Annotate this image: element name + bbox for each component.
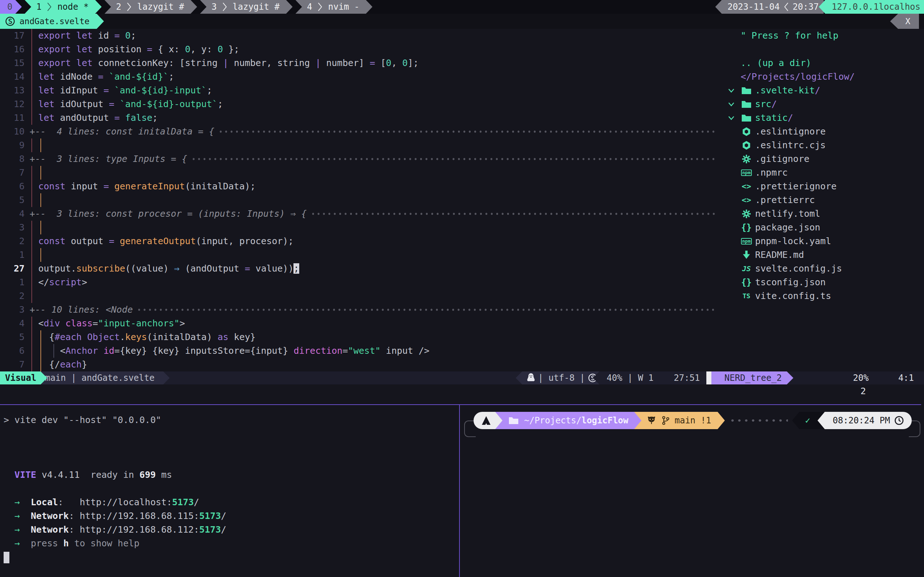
fold-text[interactable]: +-- 4 lines: const initalData = { xyxy=(30,125,215,139)
text-token: Network xyxy=(31,511,69,521)
editor-line[interactable]: 4+-- 3 lines: const procesor = (inputs: … xyxy=(0,207,720,221)
tree-item[interactable]: .eslintignore xyxy=(722,125,924,139)
nerdtree-panel[interactable]: " Press ? for help.. (up a dir)</Project… xyxy=(722,29,924,371)
text-token: Network xyxy=(31,524,69,535)
text-token: ; xyxy=(131,30,136,41)
editor-line[interactable]: 27output.subscribe((value) ⇒ (andOutput … xyxy=(0,262,720,276)
tree-item[interactable]: npmpnpm-lock.yaml xyxy=(722,234,924,248)
editor-line[interactable]: 14let idNode = `and-${id}`; xyxy=(0,70,720,84)
check-icon: ✓ xyxy=(805,414,810,427)
tree-item[interactable]: netlify.toml xyxy=(722,207,924,221)
tmux-window-lazygit[interactable]: 2lazygit # xyxy=(105,0,197,14)
code-text: <div class="input-anchors"> xyxy=(38,317,185,330)
editor-line[interactable]: 9 xyxy=(0,139,720,152)
line-number: 13 xyxy=(0,84,24,97)
tree-item[interactable]: {}tsconfig.json xyxy=(722,276,924,289)
editor-line[interactable]: 15export let connetcionKey: [string | nu… xyxy=(0,56,720,70)
tree-item[interactable]: README.md xyxy=(722,248,924,262)
tree-item[interactable]: </Projects/logicFlow/ xyxy=(722,70,924,84)
tree-item[interactable]: .gitignore xyxy=(722,152,924,166)
editor-line[interactable]: 2 xyxy=(0,289,720,303)
tree-item[interactable]: <>.prettierrc xyxy=(722,193,924,207)
fold-fill-dots xyxy=(310,211,716,217)
code-text: let idNode = `and-${id}`; xyxy=(38,70,174,84)
code-text: export let position = { x: 0, y: 0 }; xyxy=(38,43,239,56)
tree-item[interactable]: <>.prettierignore xyxy=(722,180,924,193)
text-token: ⇒ xyxy=(174,263,179,274)
chevron-down-icon xyxy=(728,114,736,121)
editor-line[interactable]: 8+-- 3 lines: type Inputs = { xyxy=(0,152,720,166)
tree-item[interactable]: TSvite.config.ts xyxy=(722,289,924,303)
npm-icon: npm xyxy=(741,238,752,245)
editor-line[interactable]: 17export let id = 0; xyxy=(0,29,720,43)
indent-guide xyxy=(53,344,54,358)
text-token: , xyxy=(391,58,402,68)
editor-line[interactable]: 4<div class="input-anchors"> xyxy=(0,317,720,330)
editor-line[interactable]: 1</script> xyxy=(0,276,720,289)
text-token: </ xyxy=(38,277,49,287)
fold-text[interactable]: +-- 3 lines: const procesor = (inputs: I… xyxy=(30,207,307,221)
editor-line[interactable]: 13let idInput = `and-${id}-input`; xyxy=(0,84,720,97)
text-token: / xyxy=(221,511,226,521)
tmux-window-node[interactable]: 1node * xyxy=(24,0,102,14)
line-number: 5 xyxy=(0,193,24,207)
text-token: 5173 xyxy=(199,511,221,521)
editor-line[interactable]: 6const input = generateInput(initalData)… xyxy=(0,180,720,193)
text-token: input xyxy=(71,181,103,192)
editor-line[interactable]: 7 xyxy=(0,166,720,180)
text-token: number, string xyxy=(234,58,315,68)
tree-item[interactable]: {}package.json xyxy=(722,221,924,234)
text-token: .npmrc xyxy=(755,166,788,180)
text-token: < xyxy=(38,345,65,356)
text-token: div xyxy=(44,318,65,329)
editor-line[interactable]: 6 <Anchor id={key} {key} inputsStore={in… xyxy=(0,344,720,358)
editor-line[interactable]: 2const output = generateOutput(input, pr… xyxy=(0,234,720,248)
editor-line[interactable]: 10+-- 4 lines: const initalData = { xyxy=(0,125,720,139)
tab-label: andGate.svelte xyxy=(19,14,89,29)
cursor-position: 27:51 xyxy=(674,371,700,384)
line-number: 8 xyxy=(0,152,24,166)
mdown-icon xyxy=(741,250,752,259)
tree-item[interactable]: .eslintrc.cjs xyxy=(722,139,924,152)
editor-line[interactable]: 3+-- 10 lines: <Node xyxy=(0,303,720,317)
text-token: script xyxy=(49,277,82,287)
fold-text[interactable]: +-- 10 lines: <Node xyxy=(30,303,133,317)
editor-line[interactable]: 12let idOutput = `and-${id}-output`; xyxy=(0,97,720,111)
editor-line[interactable]: 5 xyxy=(0,193,720,207)
editor-buffer[interactable]: 17export let id = 0;16export let positio… xyxy=(0,29,720,371)
tab-close-button[interactable]: X xyxy=(890,14,919,29)
editor-line[interactable]: 1 xyxy=(0,248,720,262)
tmux-session-indicator[interactable]: 0 xyxy=(0,0,22,14)
text-token: Object xyxy=(87,332,120,342)
text-token: . xyxy=(120,332,125,342)
tree-item[interactable]: JSsvelte.config.js xyxy=(722,262,924,276)
vite-terminal-pane[interactable]: > vite dev "--host" "0.0.0.0" VITE v4.4.… xyxy=(0,405,462,577)
pane-border-horizontal[interactable] xyxy=(0,404,921,405)
tree-item[interactable]: " Press ? for help xyxy=(722,29,924,43)
text-token: false xyxy=(125,113,152,123)
editor-line[interactable]: 3 xyxy=(0,221,720,234)
tree-item[interactable]: static/ xyxy=(722,111,924,125)
editor-line[interactable]: 11let andOutput = false; xyxy=(0,111,720,125)
tree-item[interactable] xyxy=(722,43,924,56)
editor-line[interactable]: 7 {/each} xyxy=(0,358,720,371)
statusline-file: main | andGate.svelte xyxy=(41,371,170,384)
editor-line[interactable]: 16export let position = { x: 0, y: 0 }; xyxy=(0,43,720,56)
tab-andgate-svelte[interactable]: andGate.svelte xyxy=(0,14,104,29)
text-token: → xyxy=(3,524,31,535)
text-token: .gitignore xyxy=(755,152,809,166)
chevron-left-icon xyxy=(783,2,789,12)
text-token: , y: xyxy=(190,44,217,55)
editor-line[interactable]: 5 {#each Object.keys(initalData) as key} xyxy=(0,330,720,344)
tree-item[interactable]: npm.npmrc xyxy=(722,166,924,180)
tree-item[interactable]: .svelte-kit/ xyxy=(722,84,924,97)
text-token: / xyxy=(194,497,199,508)
js-icon: JS xyxy=(741,262,752,276)
text-token: ((value) xyxy=(125,263,174,274)
tree-item[interactable]: src/ xyxy=(722,97,924,111)
tree-item[interactable]: .. (up a dir) xyxy=(722,56,924,70)
tmux-window-lazygit[interactable]: 3lazygit # xyxy=(200,0,293,14)
shell-terminal-pane[interactable]: ~/Projects/logicFlow main !1 ✓ 08:20:24 … xyxy=(460,405,924,577)
fold-text[interactable]: +-- 3 lines: type Inputs = { xyxy=(30,152,187,166)
tmux-window-nvim[interactable]: 4nvim - xyxy=(296,0,373,14)
